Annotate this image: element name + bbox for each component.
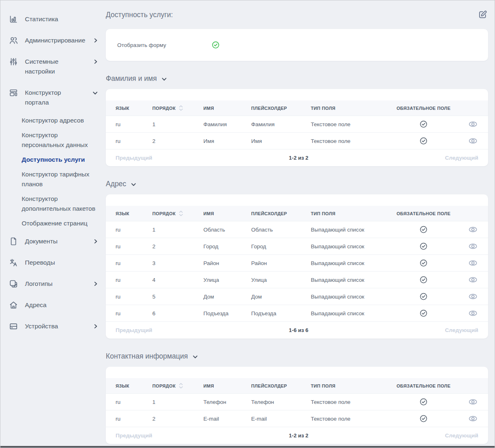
required-check-icon <box>388 225 459 234</box>
cell-order: 2 <box>152 138 203 144</box>
view-row-button[interactable] <box>468 120 478 129</box>
required-check-icon <box>388 275 459 284</box>
chevron-down-icon <box>192 354 198 360</box>
column-header-order: ПОРЯДОК <box>152 106 176 111</box>
view-row-button[interactable] <box>468 292 478 301</box>
cell-name: Фамилия <box>203 121 251 127</box>
column-header-required: ОБЯЗАТЕЛЬНОЕ ПОЛЕ <box>388 106 459 111</box>
home-icon <box>9 300 18 310</box>
cell-language: ru <box>116 416 152 422</box>
sidebar-item-portal-constructor[interactable]: Конструктор портала <box>0 82 106 113</box>
view-row-button[interactable] <box>468 397 478 406</box>
pagination-next-button[interactable]: Следующий <box>445 327 478 333</box>
column-header-language: ЯЗЫК <box>116 383 152 388</box>
cell-name: Область <box>203 227 251 233</box>
table-header-row: ЯЗЫК ПОРЯДОК ИМЯ ПЛЕЙСХОЛДЕР ТИП ПОЛЯ ОБ… <box>106 206 488 221</box>
cell-type: Выпадающий список <box>311 243 388 250</box>
cell-name: E-mail <box>203 416 251 422</box>
sort-icon[interactable] <box>178 383 183 389</box>
cell-name: Имя <box>203 138 251 144</box>
sidebar-subitem-pages-display[interactable]: Отображение страниц <box>0 216 106 231</box>
cell-placeholder: Фамилия <box>251 121 311 127</box>
sidebar-subitem-tariff-plans-constructor[interactable]: Конструктор тарифных планов <box>0 167 106 192</box>
users-icon <box>9 36 18 45</box>
cell-placeholder: E-mail <box>251 416 311 422</box>
cell-placeholder: Телефон <box>251 399 311 405</box>
sidebar-item-addresses[interactable]: Адреса <box>0 294 106 316</box>
chevron-right-icon <box>93 281 98 287</box>
view-row-button[interactable] <box>468 259 478 267</box>
sidebar-item-translations[interactable]: Переводы <box>0 252 106 273</box>
eye-icon <box>468 275 478 284</box>
table-pagination: Предыдущий 1-2 из 2 Следующий <box>106 149 488 166</box>
pagination-next-button[interactable]: Следующий <box>445 432 478 439</box>
pagination-next-button[interactable]: Следующий <box>445 155 478 161</box>
table-header-row: ЯЗЫК ПОРЯДОК ИМЯ ПЛЕЙСХОЛДЕР ТИП ПОЛЯ ОБ… <box>106 378 488 393</box>
edit-icon <box>477 9 488 20</box>
pagination-previous-button[interactable]: Предыдущий <box>116 155 152 161</box>
sidebar-subitem-additional-packages-constructor[interactable]: Конструктор дополнительных пакетов <box>0 192 106 216</box>
cell-placeholder: Район <box>251 260 311 266</box>
column-header-name: ИМЯ <box>203 211 251 216</box>
edit-button[interactable] <box>477 9 488 20</box>
sidebar-item-administration[interactable]: Администрирование <box>0 30 106 51</box>
column-header-required: ОБЯЗАТЕЛЬНОЕ ПОЛЕ <box>388 383 459 388</box>
view-row-button[interactable] <box>468 275 478 284</box>
sidebar-item-documents[interactable]: Документы <box>0 231 106 252</box>
form-visibility-label: Отобразить форму <box>117 42 211 48</box>
cell-language: ru <box>116 260 152 266</box>
column-header-language: ЯЗЫК <box>116 106 152 111</box>
cell-order: 5 <box>152 294 203 300</box>
cell-language: ru <box>116 310 152 316</box>
cell-name: Дом <box>203 294 251 300</box>
cell-placeholder: Подъезда <box>251 310 311 316</box>
cell-name: Телефон <box>203 399 251 405</box>
view-row-button[interactable] <box>468 414 478 423</box>
sort-icon[interactable] <box>178 105 183 111</box>
sort-icon[interactable] <box>178 210 183 216</box>
view-row-button[interactable] <box>468 225 478 234</box>
sidebar-item-label: Документы <box>25 236 86 246</box>
cell-placeholder: Улица <box>251 277 311 283</box>
sidebar-item-label: Устройства <box>25 321 86 331</box>
sliders-icon <box>9 57 18 67</box>
cell-order: 3 <box>152 260 203 266</box>
cell-type: Текстовое поле <box>311 138 388 144</box>
cell-order: 4 <box>152 277 203 283</box>
sidebar-item-system-settings[interactable]: Системные настройки <box>0 51 106 82</box>
form-visibility-card: Отобразить форму <box>106 29 488 61</box>
page-title: Доступность услуги: <box>106 11 173 19</box>
cell-order: 6 <box>152 310 203 316</box>
table-pagination: Предыдущий 1-2 из 2 Следующий <box>106 427 488 444</box>
sidebar-subitem-personal-data-constructor[interactable]: Конструктор персональных данных <box>0 128 106 152</box>
view-row-button[interactable] <box>468 136 478 145</box>
pagination-previous-button[interactable]: Предыдущий <box>116 432 152 439</box>
chevron-right-icon <box>93 238 98 244</box>
eye-icon <box>468 242 478 251</box>
column-header-placeholder: ПЛЕЙСХОЛДЕР <box>251 211 311 216</box>
check-circle-icon <box>211 40 220 49</box>
cell-order: 2 <box>152 243 203 250</box>
sidebar-item-logos[interactable]: Логотипы <box>0 273 106 294</box>
table-body: ru1ТелефонТелефонТекстовое полеru2E-mail… <box>106 393 488 427</box>
column-header-type: ТИП ПОЛЯ <box>311 383 388 388</box>
eye-icon <box>468 414 478 423</box>
pagination-previous-button[interactable]: Предыдущий <box>116 327 152 333</box>
sidebar-subitem-address-constructor[interactable]: Конструктор адресов <box>0 113 106 128</box>
sidebar-item-statistics[interactable]: Статистика <box>0 9 106 30</box>
sidebar-item-devices[interactable]: Устройства <box>0 316 106 337</box>
section-header[interactable]: Фамилия и имя <box>106 74 167 83</box>
cell-language: ru <box>116 227 152 233</box>
eye-icon <box>468 259 478 267</box>
table-row: ru1ТелефонТелефонТекстовое поле <box>106 393 488 410</box>
section-header[interactable]: Контактная информация <box>106 352 198 361</box>
sidebar-item-label: Адреса <box>25 300 98 310</box>
section-header[interactable]: Адрес <box>106 180 137 188</box>
view-row-button[interactable] <box>468 242 478 251</box>
chevron-down-icon <box>92 90 98 96</box>
eye-icon <box>468 309 478 318</box>
sidebar-subitem-service-availability[interactable]: Доступность услуги <box>0 152 106 167</box>
required-check-icon <box>388 242 459 251</box>
view-row-button[interactable] <box>468 309 478 318</box>
table-row: ru5ДомДомВыпадающий список <box>106 288 488 305</box>
